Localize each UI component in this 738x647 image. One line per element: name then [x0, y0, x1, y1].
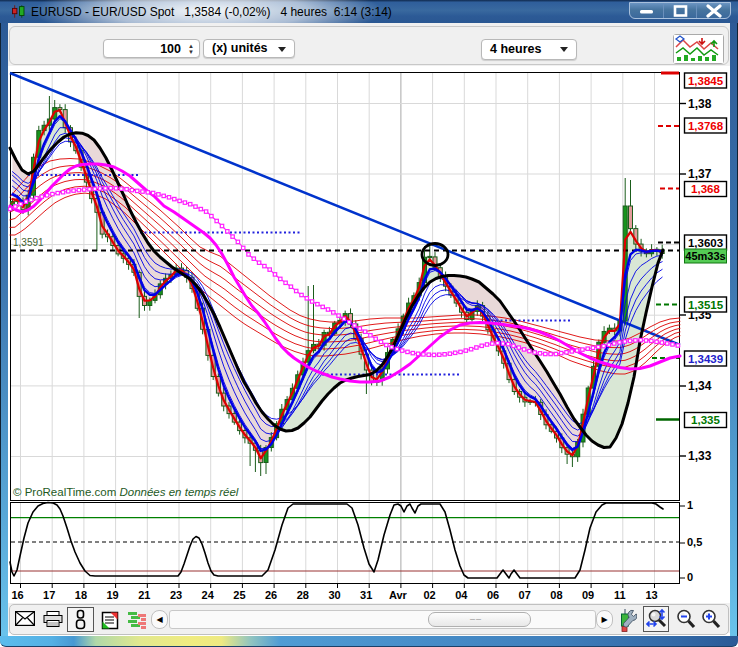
svg-text:1,38: 1,38: [688, 97, 712, 111]
svg-text:09: 09: [582, 589, 594, 601]
svg-text:02: 02: [423, 589, 435, 601]
svg-text:1,3603: 1,3603: [688, 237, 723, 249]
svg-text:1,368: 1,368: [691, 183, 720, 195]
svg-text:25: 25: [233, 589, 245, 601]
svg-text:11: 11: [614, 589, 626, 601]
svg-text:0: 0: [687, 571, 693, 583]
svg-text:1,33: 1,33: [688, 449, 712, 463]
svg-text:1,3439: 1,3439: [688, 353, 723, 365]
svg-text:1,335: 1,335: [691, 414, 720, 426]
svg-text:1: 1: [687, 499, 693, 511]
svg-text:30: 30: [328, 589, 340, 601]
svg-text:13: 13: [645, 589, 657, 601]
svg-text:45m33s: 45m33s: [685, 250, 725, 262]
svg-text:1,3591: 1,3591: [13, 237, 44, 248]
svg-text:04: 04: [455, 589, 468, 601]
svg-text:1,3845: 1,3845: [688, 75, 724, 87]
svg-text:07: 07: [519, 589, 531, 601]
svg-text:08: 08: [550, 589, 562, 601]
svg-text:18: 18: [75, 589, 87, 601]
svg-text:1,37: 1,37: [688, 167, 712, 181]
svg-text:31: 31: [360, 589, 372, 601]
svg-text:21: 21: [138, 589, 150, 601]
svg-text:1,3515: 1,3515: [688, 299, 724, 311]
svg-text:23: 23: [170, 589, 182, 601]
svg-text:06: 06: [487, 589, 499, 601]
svg-text:17: 17: [43, 589, 55, 601]
svg-text:© ProRealTime.com Données en: © ProRealTime.com Données en temps réel: [13, 486, 239, 498]
svg-text:1,3768: 1,3768: [688, 120, 724, 132]
svg-text:1,34: 1,34: [688, 379, 712, 393]
svg-text:28: 28: [297, 589, 309, 601]
svg-text:19: 19: [106, 589, 118, 601]
svg-text:0,5: 0,5: [687, 536, 702, 548]
svg-text:26: 26: [265, 589, 277, 601]
svg-text:Avr: Avr: [389, 589, 408, 601]
svg-text:24: 24: [202, 589, 215, 601]
svg-text:16: 16: [11, 589, 23, 601]
